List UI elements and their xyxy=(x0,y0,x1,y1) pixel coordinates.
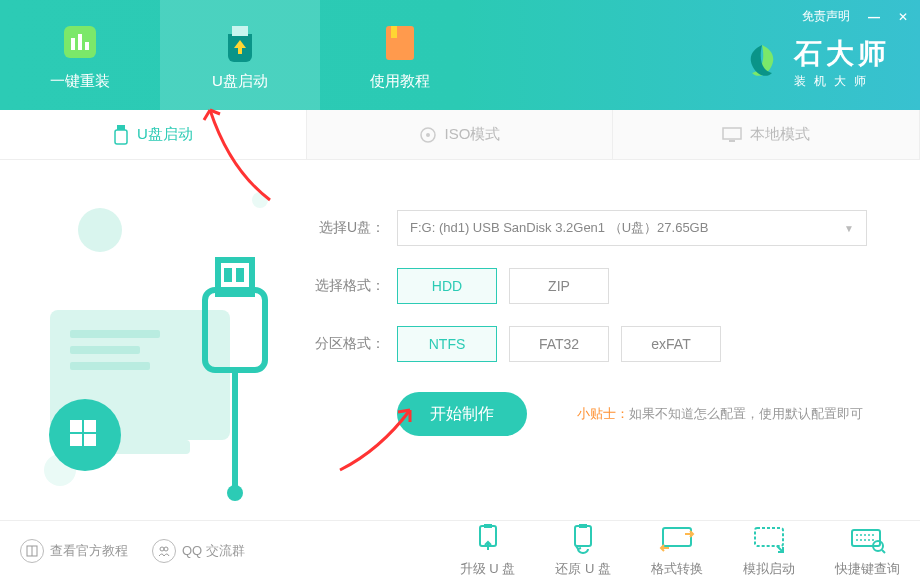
select-disk-label: 选择U盘： xyxy=(310,219,385,237)
svg-rect-6 xyxy=(391,26,397,38)
restore-usb-button[interactable]: 还原 U 盘 xyxy=(555,524,611,578)
tab-local-mode[interactable]: 本地模式 xyxy=(613,110,920,159)
svg-rect-11 xyxy=(723,128,741,139)
nav-reinstall[interactable]: 一键重装 xyxy=(0,0,160,110)
svg-rect-3 xyxy=(85,42,89,50)
brand-title: 石大师 xyxy=(794,35,890,73)
nav-tutorial[interactable]: 使用教程 xyxy=(320,0,480,110)
main-content: 选择U盘： F:G: (hd1) USB SanDisk 3.2Gen1 （U盘… xyxy=(0,160,920,520)
usb-icon xyxy=(113,125,129,145)
nav-reinstall-label: 一键重装 xyxy=(50,72,110,91)
nav-tutorial-label: 使用教程 xyxy=(370,72,430,91)
partition-option-fat32[interactable]: FAT32 xyxy=(509,326,609,362)
svg-rect-28 xyxy=(224,268,232,282)
svg-point-30 xyxy=(227,485,243,501)
upgrade-icon xyxy=(470,524,506,554)
official-tutorial-link[interactable]: 查看官方教程 xyxy=(20,539,128,563)
svg-rect-1 xyxy=(71,38,75,50)
minimize-button[interactable]: — xyxy=(868,10,880,24)
close-button[interactable]: ✕ xyxy=(898,10,908,24)
brand-subtitle: 装机大师 xyxy=(794,73,890,90)
svg-line-45 xyxy=(882,550,885,553)
select-disk-dropdown[interactable]: F:G: (hd1) USB SanDisk 3.2Gen1 （U盘）27.65… xyxy=(397,210,867,246)
svg-rect-12 xyxy=(729,140,735,142)
partition-option-exfat[interactable]: exFAT xyxy=(621,326,721,362)
simulate-icon xyxy=(751,524,787,554)
convert-icon xyxy=(659,524,695,554)
svg-rect-4 xyxy=(232,26,248,36)
svg-point-14 xyxy=(252,192,268,208)
mode-tabs: U盘启动 ISO模式 本地模式 xyxy=(0,110,920,160)
svg-rect-5 xyxy=(386,26,414,60)
disclaimer-link[interactable]: 免责声明 xyxy=(802,8,850,25)
book-icon xyxy=(20,539,44,563)
svg-rect-29 xyxy=(236,268,244,282)
reinstall-icon xyxy=(58,20,102,64)
keyboard-search-icon xyxy=(850,524,886,554)
svg-point-10 xyxy=(426,133,430,137)
tip-text: 小贴士：如果不知道怎么配置，使用默认配置即可 xyxy=(577,405,863,423)
svg-rect-8 xyxy=(115,130,127,144)
partition-option-ntfs[interactable]: NTFS xyxy=(397,326,497,362)
svg-rect-38 xyxy=(579,524,587,528)
usb-boot-icon xyxy=(218,20,262,64)
brand: 石大师 装机大师 xyxy=(740,35,890,90)
format-option-hdd[interactable]: HDD xyxy=(397,268,497,304)
svg-rect-36 xyxy=(484,524,492,528)
svg-point-33 xyxy=(160,547,164,551)
qq-group-link[interactable]: QQ 交流群 xyxy=(152,539,245,563)
brand-logo-icon xyxy=(740,41,784,85)
format-option-zip[interactable]: ZIP xyxy=(509,268,609,304)
svg-rect-18 xyxy=(70,330,160,338)
tab-usb-boot[interactable]: U盘启动 xyxy=(0,110,307,159)
svg-rect-2 xyxy=(78,34,82,50)
svg-rect-22 xyxy=(70,420,82,432)
hotkey-query-button[interactable]: 快捷键查询 xyxy=(835,524,900,578)
svg-rect-20 xyxy=(70,362,150,370)
illustration xyxy=(0,160,300,520)
svg-point-34 xyxy=(164,547,168,551)
people-icon xyxy=(152,539,176,563)
svg-point-13 xyxy=(78,208,122,252)
header: 一键重装 U盘启动 使用教程 石大师 装机大师 免责声明 — ✕ xyxy=(0,0,920,110)
restore-icon xyxy=(565,524,601,554)
tab-iso-mode[interactable]: ISO模式 xyxy=(307,110,614,159)
simulate-boot-button[interactable]: 模拟启动 xyxy=(743,524,795,578)
svg-rect-41 xyxy=(852,530,880,546)
form-area: 选择U盘： F:G: (hd1) USB SanDisk 3.2Gen1 （U盘… xyxy=(300,160,920,520)
svg-rect-23 xyxy=(84,420,96,432)
start-button[interactable]: 开始制作 xyxy=(397,392,527,436)
svg-rect-40 xyxy=(755,528,783,546)
svg-rect-39 xyxy=(663,528,691,546)
format-label: 选择格式： xyxy=(310,277,385,295)
svg-rect-24 xyxy=(70,434,82,446)
monitor-icon xyxy=(722,127,742,143)
upgrade-usb-button[interactable]: 升级 U 盘 xyxy=(460,524,516,578)
footer: 查看官方教程 QQ 交流群 升级 U 盘 还原 U 盘 格式转换 模拟启动 快捷… xyxy=(0,520,920,580)
nav-usb-boot[interactable]: U盘启动 xyxy=(160,0,320,110)
tutorial-icon xyxy=(378,20,422,64)
iso-icon xyxy=(419,126,437,144)
svg-rect-25 xyxy=(84,434,96,446)
partition-label: 分区格式： xyxy=(310,335,385,353)
svg-rect-37 xyxy=(575,526,591,546)
titlebar: 免责声明 — ✕ xyxy=(802,8,908,25)
chevron-down-icon: ▼ xyxy=(844,223,854,234)
svg-rect-19 xyxy=(70,346,140,354)
format-convert-button[interactable]: 格式转换 xyxy=(651,524,703,578)
nav-usb-boot-label: U盘启动 xyxy=(212,72,268,91)
